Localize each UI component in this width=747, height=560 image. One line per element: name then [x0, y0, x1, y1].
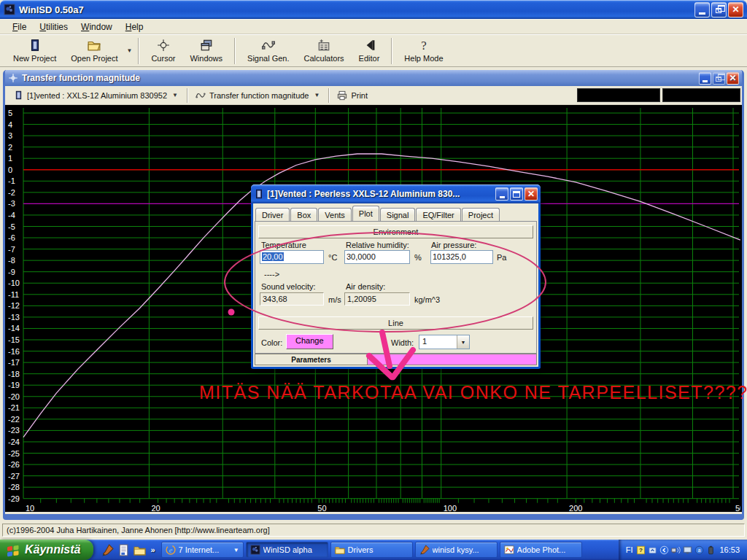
folder-icon: [335, 545, 345, 555]
minimize-button[interactable]: [694, 2, 710, 18]
tab-driver[interactable]: Driver: [255, 208, 290, 221]
tab-plot[interactable]: Plot: [352, 206, 379, 221]
humidity-input[interactable]: 30,0000: [344, 250, 410, 264]
svg-text:-15: -15: [8, 335, 20, 344]
dialog-minimize-button[interactable]: [495, 187, 508, 201]
quick-launch-bar: »: [93, 543, 160, 556]
color-label: Color:: [261, 338, 282, 347]
menu-file[interactable]: File: [6, 20, 33, 34]
child-restore-button[interactable]: [713, 72, 725, 85]
quick-launch-folder-icon[interactable]: [133, 543, 146, 556]
change-color-button[interactable]: Change: [286, 334, 333, 349]
sound-velocity-label: Sound velocity:: [261, 282, 316, 291]
menu-help[interactable]: Help: [119, 20, 150, 34]
air-density-field: 1,20095: [344, 292, 410, 306]
task-items: e7 Internet...▼WinISD alphaDriverswinisd…: [161, 542, 584, 558]
view-dropdown[interactable]: Transfer function magnitude ▼: [190, 89, 326, 102]
driver-dropdown[interactable]: [1]vented : XXLS-12 Aluminium 830952 ▼: [9, 89, 185, 101]
taskbar-item-winisd-alpha[interactable]: WinISD alpha: [246, 542, 328, 558]
svg-text:?: ?: [421, 39, 426, 52]
line-header[interactable]: Line: [258, 316, 533, 330]
close-button[interactable]: ✕: [728, 2, 743, 18]
svg-text:0: 0: [8, 166, 12, 174]
svg-text:-19: -19: [8, 381, 20, 389]
svg-text:-16: -16: [8, 347, 20, 356]
environment-dialog: [1]Vented : Peerless XXLS-12 Aluminium 8…: [251, 184, 541, 369]
quick-launch-overflow-chevron[interactable]: »: [150, 545, 155, 554]
sound-velocity-value: 343,68: [263, 295, 287, 303]
svg-text:-6: -6: [8, 233, 15, 242]
window-title: WinISD 0.50a7: [19, 4, 694, 15]
chevron-down-icon: ▼: [314, 92, 320, 98]
menu-utilities[interactable]: Utilities: [33, 20, 74, 34]
plot-window-titlebar[interactable]: Transfer function magnitude ✕: [5, 70, 742, 86]
dialog-close-button[interactable]: ✕: [525, 187, 538, 201]
svg-text:1: 1: [8, 154, 12, 163]
main-titlebar[interactable]: WinISD 0.50a7 ✕: [0, 0, 747, 19]
toolbar-button-editor[interactable]: Editor: [352, 37, 387, 64]
taskbar-item-winisd-kysy[interactable]: winisd kysy...: [415, 542, 498, 558]
tab-box[interactable]: Box: [290, 208, 317, 221]
toolbar-button-calculators[interactable]: Calculators: [297, 37, 352, 64]
combo-dropdown-button[interactable]: ▼: [457, 335, 469, 349]
dialog-tabs: DriverBoxVentsPlotSignalEQ/FilterProject: [253, 203, 538, 221]
tray-ball-icon[interactable]: a: [694, 545, 704, 555]
child-close-button[interactable]: ✕: [727, 72, 739, 85]
chevron-down-icon[interactable]: ▼: [127, 47, 133, 54]
taskbar-item-adobe-phot[interactable]: Adobe Phot...: [500, 542, 582, 558]
language-indicator[interactable]: FI: [626, 545, 633, 554]
parameters-button[interactable]: Parameters: [255, 354, 368, 365]
menu-bar: FileUtilitiesWindowHelp: [0, 19, 747, 34]
taskbar-item-drivers[interactable]: Drivers: [330, 542, 413, 558]
windows-icon: [200, 39, 213, 52]
tray-hide-left-icon[interactable]: [659, 545, 669, 555]
tray-question-yellow-icon[interactable]: ?: [636, 545, 646, 555]
toolbar-button-signal-gen[interactable]: Signal Gen.: [240, 37, 296, 64]
driver-dropdown-label: [1]vented : XXLS-12 Aluminium 830952: [27, 91, 167, 100]
tray-monitor-icon[interactable]: [683, 545, 692, 555]
temperature-input[interactable]: 20,00: [260, 250, 324, 264]
taskbar: Käynnistä » e7 Internet...▼WinISD alphaD…: [0, 540, 747, 560]
quick-launch-paintbrush-icon[interactable]: [101, 543, 114, 556]
svg-text:-10: -10: [8, 279, 20, 287]
toolbar-separator: [138, 38, 139, 64]
humidity-label: Relative humidity:: [346, 241, 409, 249]
printer-icon: [337, 90, 347, 101]
environment-header[interactable]: Environment: [258, 225, 533, 238]
winisd-icon: [250, 545, 260, 555]
dialog-titlebar[interactable]: [1]Vented : Peerless XXLS-12 Aluminium 8…: [251, 184, 541, 203]
width-combobox[interactable]: 1 ▼: [419, 335, 470, 349]
dialog-maximize-button[interactable]: [510, 187, 523, 201]
menu-window[interactable]: Window: [74, 20, 119, 34]
child-minimize-button[interactable]: [699, 72, 711, 85]
quick-launch-wordpad-icon[interactable]: [117, 543, 130, 556]
chevron-down-icon: ▼: [172, 92, 178, 98]
print-button[interactable]: Print: [332, 89, 373, 102]
readout-box-right: [662, 88, 740, 102]
document-icon: [14, 90, 23, 100]
tab-eq-filter[interactable]: EQ/Filter: [416, 208, 460, 221]
toolbar-button-cursor[interactable]: Cursor: [144, 37, 182, 64]
taskbar-item-7-internet[interactable]: e7 Internet...▼: [161, 542, 244, 558]
toolbar-button-help-mode[interactable]: ?Help Mode: [397, 37, 450, 64]
temperature-value: 20,00: [262, 252, 284, 261]
svg-text:4: 4: [8, 120, 12, 129]
toolbar-button-open-project[interactable]: Open Project: [63, 37, 125, 64]
tray-chevron-up-icon[interactable]: [648, 545, 657, 555]
tray-wireless-icon[interactable]: [671, 545, 681, 555]
pressure-input[interactable]: 101325,0: [430, 250, 493, 264]
main-toolbar: New ProjectOpen Project▼CursorWindowsSig…: [0, 34, 747, 67]
tab-signal[interactable]: Signal: [380, 208, 416, 221]
tray-battery-icon[interactable]: [706, 545, 716, 555]
toolbar-button-new-project[interactable]: New Project: [6, 37, 63, 64]
tab-vents[interactable]: Vents: [318, 208, 352, 221]
toolbar-button-label: Calculators: [304, 54, 344, 63]
ie-icon: e: [166, 545, 176, 555]
tab-project[interactable]: Project: [462, 208, 500, 221]
restore-button[interactable]: [711, 2, 727, 18]
clock[interactable]: 16:53: [719, 545, 740, 554]
paintbrush-icon: [419, 545, 430, 555]
toolbar-button-windows[interactable]: Windows: [182, 37, 230, 64]
sine-wave-icon: [196, 90, 206, 101]
start-button[interactable]: Käynnistä: [0, 540, 93, 560]
